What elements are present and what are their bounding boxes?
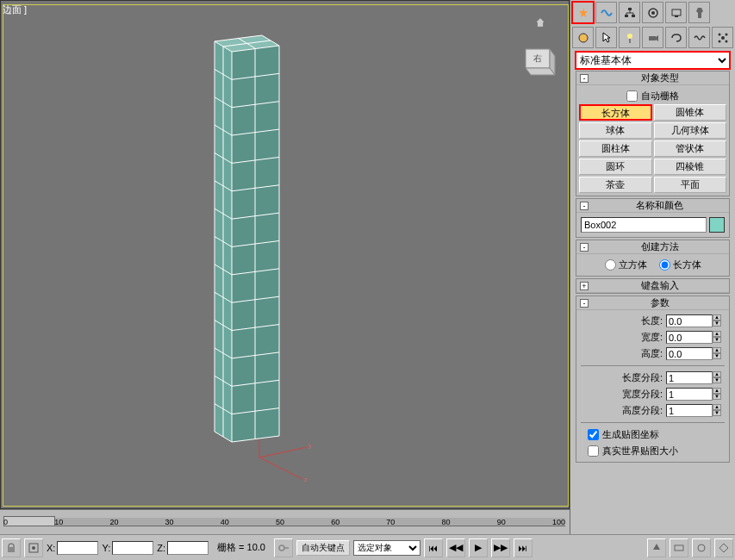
spinner-down[interactable]: ▼ [713, 353, 721, 359]
spinner-down[interactable]: ▼ [713, 320, 721, 327]
prev-frame-icon[interactable]: ◀◀ [446, 538, 465, 557]
tube-button[interactable]: 管状体 [654, 140, 727, 157]
cursor-icon[interactable] [595, 27, 617, 48]
teapot-button[interactable]: 茶壶 [579, 177, 652, 193]
auto-grid-checkbox[interactable]: 自动栅格 [579, 88, 726, 104]
spinner-up[interactable]: ▲ [713, 314, 721, 320]
key-icon[interactable] [274, 538, 293, 557]
spinner-up[interactable]: ▲ [713, 388, 721, 394]
viewcube[interactable]: 右 [514, 35, 562, 84]
svg-point-63 [579, 34, 588, 42]
spinner-up[interactable]: ▲ [713, 371, 721, 377]
minus-icon[interactable]: - [580, 74, 589, 83]
helpers-icon[interactable] [665, 27, 687, 48]
geosphere-button[interactable]: 几何球体 [654, 122, 727, 139]
length-field[interactable] [666, 314, 713, 327]
lights-icon[interactable] [619, 27, 640, 48]
z-field[interactable] [167, 541, 209, 555]
plus-icon[interactable]: + [580, 282, 589, 290]
svg-rect-61 [672, 9, 681, 16]
svg-rect-62 [675, 16, 678, 17]
object-type-rollout: - 对象类型 自动栅格 长方体 圆锥体 球体 几何球体 圆柱体 管状体 圆环 四… [576, 71, 730, 196]
object-name-field[interactable] [581, 217, 707, 233]
geometry-icon[interactable] [572, 27, 594, 48]
rollout-header[interactable]: + 键盘输入 [576, 279, 729, 293]
spinner-up[interactable]: ▲ [713, 331, 721, 337]
svg-rect-66 [649, 36, 656, 40]
object-color-swatch[interactable] [709, 217, 725, 233]
height-segs-label: 高度分段: [622, 404, 663, 417]
nav-icon[interactable] [692, 538, 711, 557]
name-color-rollout: - 名称和颜色 [576, 198, 730, 238]
svg-point-64 [627, 34, 632, 39]
cone-button[interactable]: 圆锥体 [654, 104, 727, 121]
spinner-down[interactable]: ▼ [713, 394, 721, 400]
nav-icon[interactable] [647, 538, 666, 557]
height-field[interactable] [666, 347, 713, 360]
sphere-button[interactable]: 球体 [579, 122, 652, 139]
cameras-icon[interactable] [642, 27, 663, 48]
create-categories [570, 25, 735, 50]
timeline[interactable]: 0102030405060708090100 [0, 510, 570, 534]
goto-start-icon[interactable]: ⏮ [424, 538, 443, 557]
play-icon[interactable]: ▶ [469, 538, 488, 557]
width-segs-label: 宽度分段: [622, 388, 663, 401]
torus-button[interactable]: 圆环 [579, 159, 652, 175]
goto-end-icon[interactable]: ⏭ [514, 538, 533, 557]
svg-marker-3 [526, 68, 555, 75]
length-segs-field[interactable] [666, 371, 713, 384]
spinner-down[interactable]: ▼ [713, 337, 721, 343]
minus-icon[interactable]: - [580, 202, 589, 210]
plane-button[interactable]: 平面 [654, 177, 727, 193]
svg-point-68 [721, 36, 725, 40]
systems-icon[interactable] [712, 27, 733, 48]
spinner-up[interactable]: ▲ [713, 347, 721, 353]
y-field[interactable] [112, 541, 153, 555]
create-tab-icon[interactable] [572, 2, 594, 23]
spacewarps-icon[interactable] [688, 27, 710, 48]
rollout-header[interactable]: - 参数 [576, 296, 729, 310]
height-segs-field[interactable] [666, 404, 713, 417]
next-frame-icon[interactable]: ▶▶ [491, 538, 510, 557]
nav-icon[interactable] [714, 538, 733, 557]
motion-tab-icon[interactable] [642, 2, 663, 23]
rollout-header[interactable]: - 创建方法 [576, 240, 729, 254]
svg-rect-54 [632, 15, 635, 17]
pyramid-button[interactable]: 四棱锥 [654, 159, 727, 175]
minus-icon[interactable]: - [580, 299, 589, 308]
modify-tab-icon[interactable] [595, 2, 617, 23]
cube-radio[interactable]: 立方体 [605, 258, 647, 271]
spinner-up[interactable]: ▲ [713, 404, 721, 410]
status-bar: X: Y: Z: 栅格 = 10.0 自动关键点 选定对象 ⏮ ◀◀ ▶ ▶▶ … [0, 534, 735, 560]
key-filter-dropdown[interactable]: 选定对象 [353, 540, 420, 556]
real-world-checkbox[interactable] [588, 445, 599, 457]
spinner-down[interactable]: ▼ [713, 410, 721, 416]
rollout-header[interactable]: - 对象类型 [576, 72, 729, 85]
length-segs-label: 长度分段: [622, 371, 663, 384]
home-icon[interactable] [534, 16, 546, 28]
cylinder-button[interactable]: 圆柱体 [579, 140, 652, 157]
lock-icon[interactable] [2, 538, 21, 557]
hierarchy-tab-icon[interactable] [619, 2, 640, 23]
nav-icon[interactable] [670, 538, 688, 557]
width-field[interactable] [666, 331, 713, 344]
auto-key-button[interactable]: 自动关键点 [296, 540, 350, 556]
primitive-grid: 长方体 圆锥体 球体 几何球体 圆柱体 管状体 圆环 四棱锥 茶壶 平面 [579, 104, 726, 193]
viewport[interactable]: 边面 ] 右 y z [0, 0, 570, 509]
box-radio[interactable]: 长方体 [659, 258, 701, 271]
svg-rect-78 [675, 545, 683, 551]
snap-icon[interactable] [24, 538, 43, 557]
display-tab-icon[interactable] [665, 2, 687, 23]
primitive-category-dropdown[interactable]: 标准基本体 [576, 52, 730, 69]
width-segs-field[interactable] [666, 388, 713, 401]
minus-icon[interactable]: - [580, 243, 589, 252]
rollout-header[interactable]: - 名称和颜色 [576, 199, 729, 213]
gen-map-checkbox[interactable] [588, 429, 599, 440]
spinner-down[interactable]: ▼ [713, 377, 721, 383]
svg-point-79 [698, 544, 705, 551]
x-field[interactable] [57, 541, 98, 555]
utilities-tab-icon[interactable] [688, 2, 710, 23]
box-object[interactable] [206, 28, 288, 446]
command-panel: 标准基本体 - 对象类型 自动栅格 长方体 圆锥体 球体 几何球体 圆柱体 管状… [570, 0, 735, 558]
box-button[interactable]: 长方体 [579, 104, 652, 121]
